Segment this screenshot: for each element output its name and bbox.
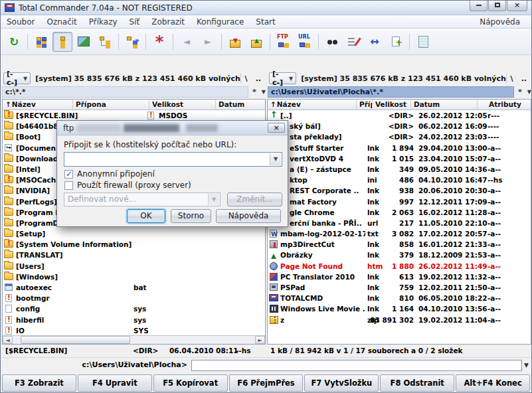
column-header-ext[interactable]: Přípona: [73, 100, 149, 110]
copy-file-button[interactable]: [386, 32, 406, 52]
menu-item-oznacit[interactable]: Označit: [41, 16, 82, 28]
goto-parent-button[interactable]: ..: [517, 74, 531, 83]
thumbnails-view-button[interactable]: [74, 32, 94, 52]
goto-parent-button[interactable]: ..: [252, 74, 265, 83]
scrollbar-track[interactable]: [13, 336, 255, 344]
scroll-left-arrow[interactable]: ◄: [3, 336, 13, 344]
file-row[interactable]: [System Volume Information]: [3, 239, 265, 250]
fkey-button-f6[interactable]: F6 PřejmPřes: [229, 374, 304, 392]
file-row[interactable]: a (E) – zástupcelnk34909.05.2010 14:36-a…: [268, 164, 531, 175]
menu-item-prikazy[interactable]: Příkazy: [83, 16, 124, 28]
current-path-left[interactable]: c:\*.*: [2, 86, 248, 98]
scroll-right-arrow[interactable]: ►: [255, 336, 265, 344]
host-combobox[interactable]: ▼: [64, 152, 282, 167]
fkey-button-f4[interactable]: F4 Upravit: [78, 374, 152, 392]
unpack-files-button[interactable]: [246, 32, 266, 52]
column-header-size[interactable]: Velikost: [149, 100, 216, 110]
file-row[interactable]: [Setup]: [3, 228, 265, 239]
menu-item-konfigurace[interactable]: Konfigurace: [191, 16, 250, 28]
favorites-star-icon[interactable]: *: [515, 88, 525, 96]
file-row[interactable]: autoexecbat: [3, 282, 265, 293]
file-row[interactable]: Obrázkylnk37918.12.2009 21:53-a--: [268, 250, 531, 260]
file-row[interactable]: ktopini48604.10.2010 16:47--hs: [268, 175, 531, 185]
help-button[interactable]: Nápověda: [216, 209, 281, 223]
file-row[interactable]: zzip83 891 30219.02.2012 11:04-a--: [268, 315, 531, 325]
file-row[interactable]: erční banka - PŘÍ..url21711.05.2010 22:1…: [268, 218, 531, 228]
current-path-right[interactable]: c:\Users\Uživatel\Plocha\*.*: [268, 86, 514, 98]
file-row[interactable]: IOSYS: [3, 325, 265, 335]
sync-dirs-button[interactable]: [365, 32, 385, 52]
column-header-attr[interactable]: Atributy: [478, 100, 531, 110]
drive-select-left[interactable]: [-c-] ▼: [3, 72, 31, 84]
firewall-checkbox-row[interactable]: Použít firewall (proxy server): [64, 181, 191, 190]
goto-root-button[interactable]: \: [507, 74, 517, 83]
file-row[interactable]: TOTALCMDlnk81006.05.2010 18:22-a--: [268, 293, 531, 303]
dialog-close-button[interactable]: ×: [268, 123, 285, 133]
ok-button[interactable]: OK: [127, 209, 165, 223]
cancel-button[interactable]: Storno: [171, 209, 211, 223]
column-header-size[interactable]: Velikost: [373, 100, 411, 110]
menu-item-napoveda[interactable]: Nápověda: [474, 16, 526, 28]
column-header-date[interactable]: Datum: [216, 100, 265, 110]
multi-rename-button[interactable]: [343, 32, 363, 52]
scrollbar-thumb[interactable]: [21, 336, 130, 344]
ftp-url-button[interactable]: [295, 32, 315, 52]
file-row[interactable]: configsys: [3, 303, 265, 314]
search-files-button[interactable]: [322, 32, 342, 52]
file-row[interactable]: PC Translator 2010lnk61319.02.2012 11:32…: [268, 272, 531, 282]
pack-files-button[interactable]: [225, 32, 245, 52]
details-view-button[interactable]: [52, 32, 72, 52]
back-button[interactable]: [177, 32, 197, 52]
horizontal-scrollbar[interactable]: ◄ ►: [3, 335, 265, 344]
file-row[interactable]: [..]<DIR>26.02.2012 12:05r---: [268, 110, 531, 121]
history-dropdown-icon[interactable]: ▼: [259, 89, 268, 95]
menu-item-start[interactable]: Start: [250, 16, 281, 28]
file-row[interactable]: [Users]: [3, 261, 265, 272]
column-header-date[interactable]: Datum: [411, 100, 478, 110]
fkey-button-f7[interactable]: F7 VytvSložku: [304, 374, 379, 392]
file-row[interactable]: mbam-log-2012-02-17 ..txt3 08217.02.2012…: [268, 228, 531, 239]
file-row[interactable]: eStuff Starterlnk1 89429.04.2010 13:00-a…: [268, 143, 531, 153]
file-row[interactable]: gle Chromelnk2 06316.02.2012 11:28-a--: [268, 207, 531, 218]
firewall-checkbox[interactable]: [64, 181, 73, 190]
goto-root-button[interactable]: \: [241, 74, 252, 83]
command-input[interactable]: [191, 360, 522, 371]
drive-select-right[interactable]: [-c-] ▼: [269, 72, 296, 84]
forward-button[interactable]: [198, 32, 218, 52]
menu-item-sit[interactable]: Síť: [124, 16, 146, 28]
file-row[interactable]: REST Corporate ..lnk93820.06.2010 20:30-…: [268, 185, 531, 196]
file-row[interactable]: Page Not Foundhtm1 88026.02.2012 11:49-a…: [268, 261, 531, 272]
minimize-button[interactable]: [470, 1, 488, 11]
file-row[interactable]: vertXtoDVD 4lnk1 01523.04.2010 15:07-a--: [268, 153, 531, 164]
fkey-button-f5[interactable]: F5 Kopírovat: [153, 374, 228, 392]
anonymous-checkbox[interactable]: [64, 170, 73, 179]
file-row[interactable]: [$RECYCLE.BIN]MSDOS: [3, 110, 265, 121]
file-row[interactable]: ský bál]<DIR>06.02.2012 16:09----: [268, 121, 531, 131]
command-history-dropdown-icon[interactable]: ▼: [524, 362, 529, 368]
file-row[interactable]: mat Factorylnk99712.12.2011 17:09-a--: [268, 196, 531, 207]
menu-item-soubor[interactable]: Soubor: [1, 16, 41, 28]
folder-tree-button[interactable]: [122, 32, 142, 52]
anonymous-checkbox-row[interactable]: Anonymní připojení: [64, 169, 155, 179]
file-row[interactable]: Windows Live Movie ..lnk1 16404.10.2010 …: [268, 303, 531, 314]
chevron-down-icon[interactable]: ▼: [270, 153, 281, 165]
favorites-star-button[interactable]: [149, 32, 169, 52]
file-row[interactable]: hiberfilsys: [3, 315, 265, 325]
history-dropdown-icon[interactable]: ▼: [525, 89, 532, 95]
column-header-ext[interactable]: Přípona: [357, 100, 373, 110]
column-header-name[interactable]: ↑Název: [268, 100, 357, 110]
file-row[interactable]: [TRANSLAT]: [3, 250, 265, 260]
tree-view-button[interactable]: [95, 32, 115, 52]
favorites-star-icon[interactable]: *: [250, 88, 259, 96]
column-header-name[interactable]: ↑Název: [3, 100, 73, 110]
refresh-button[interactable]: [4, 32, 24, 52]
file-row[interactable]: [Windows]: [3, 272, 265, 282]
file-row[interactable]: sta překlady]<DIR>24.02.2012 23:03----: [268, 131, 531, 142]
file-row[interactable]: PSPadlnk75912.02.2011 21:50-a--: [268, 282, 531, 293]
fkey-button-altf4[interactable]: Alt+F4 Konec: [456, 374, 530, 392]
file-row[interactable]: bootmgr: [3, 293, 265, 303]
ftp-connect-button[interactable]: [274, 32, 294, 52]
maximize-button[interactable]: [488, 1, 506, 11]
close-button[interactable]: ×: [507, 1, 527, 11]
brief-view-button[interactable]: [31, 32, 51, 52]
